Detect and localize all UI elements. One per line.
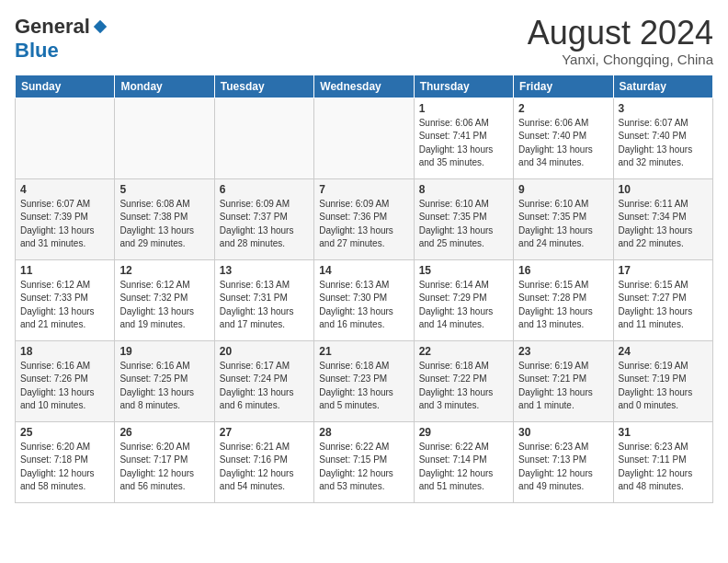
day-number: 28 [319,426,408,439]
calendar-cell: 26Sunrise: 6:20 AM Sunset: 7:17 PM Dayli… [115,421,214,502]
calendar-cell: 2Sunrise: 6:06 AM Sunset: 7:40 PM Daylig… [514,98,613,178]
page-header: General Blue August 2024 Yanxi, Chongqin… [15,15,713,67]
logo-general: General [15,15,90,39]
calendar-cell: 3Sunrise: 6:07 AM Sunset: 7:40 PM Daylig… [613,98,712,178]
calendar-cell: 10Sunrise: 6:11 AM Sunset: 7:34 PM Dayli… [613,178,712,259]
day-number: 17 [619,264,708,277]
day-info: Sunrise: 6:17 AM Sunset: 7:24 PM Dayligh… [220,360,309,413]
day-info: Sunrise: 6:23 AM Sunset: 7:13 PM Dayligh… [518,441,608,494]
day-info: Sunrise: 6:21 AM Sunset: 7:16 PM Dayligh… [220,441,309,494]
day-number: 4 [20,183,109,196]
calendar-cell: 1Sunrise: 6:06 AM Sunset: 7:41 PM Daylig… [414,98,513,178]
day-info: Sunrise: 6:15 AM Sunset: 7:27 PM Dayligh… [619,279,708,332]
calendar-table: SundayMondayTuesdayWednesdayThursdayFrid… [15,75,713,503]
day-number: 29 [419,426,508,439]
day-info: Sunrise: 6:07 AM Sunset: 7:40 PM Dayligh… [619,117,708,170]
calendar-body: 1Sunrise: 6:06 AM Sunset: 7:41 PM Daylig… [16,98,713,502]
day-info: Sunrise: 6:09 AM Sunset: 7:37 PM Dayligh… [220,198,309,251]
calendar-cell: 7Sunrise: 6:09 AM Sunset: 7:36 PM Daylig… [314,178,414,259]
day-info: Sunrise: 6:22 AM Sunset: 7:15 PM Dayligh… [319,441,408,494]
day-number: 20 [220,345,309,358]
day-number: 18 [20,345,109,358]
day-info: Sunrise: 6:10 AM Sunset: 7:35 PM Dayligh… [419,198,508,251]
calendar-row: 1Sunrise: 6:06 AM Sunset: 7:41 PM Daylig… [16,98,713,178]
calendar-cell: 9Sunrise: 6:10 AM Sunset: 7:35 PM Daylig… [514,178,613,259]
day-info: Sunrise: 6:13 AM Sunset: 7:30 PM Dayligh… [319,279,408,332]
calendar-row: 25Sunrise: 6:20 AM Sunset: 7:18 PM Dayli… [16,421,713,502]
title-block: August 2024 Yanxi, Chongqing, China [528,15,713,67]
day-info: Sunrise: 6:15 AM Sunset: 7:28 PM Dayligh… [518,279,608,332]
day-info: Sunrise: 6:09 AM Sunset: 7:36 PM Dayligh… [319,198,408,251]
location-subtitle: Yanxi, Chongqing, China [528,52,713,67]
day-info: Sunrise: 6:07 AM Sunset: 7:39 PM Dayligh… [20,198,109,251]
header-row: SundayMondayTuesdayWednesdayThursdayFrid… [16,75,713,98]
header-day: Saturday [613,75,712,98]
calendar-row: 11Sunrise: 6:12 AM Sunset: 7:33 PM Dayli… [16,259,713,340]
calendar-row: 4Sunrise: 6:07 AM Sunset: 7:39 PM Daylig… [16,178,713,259]
day-number: 30 [518,426,608,439]
calendar-cell: 28Sunrise: 6:22 AM Sunset: 7:15 PM Dayli… [314,421,414,502]
day-info: Sunrise: 6:06 AM Sunset: 7:40 PM Dayligh… [518,117,608,170]
day-number: 27 [220,426,309,439]
day-info: Sunrise: 6:19 AM Sunset: 7:21 PM Dayligh… [518,360,608,413]
day-number: 16 [518,264,608,277]
day-number: 12 [119,264,209,277]
day-info: Sunrise: 6:20 AM Sunset: 7:18 PM Dayligh… [20,441,109,494]
calendar-cell: 13Sunrise: 6:13 AM Sunset: 7:31 PM Dayli… [214,259,313,340]
day-number: 1 [419,102,508,115]
day-info: Sunrise: 6:14 AM Sunset: 7:29 PM Dayligh… [419,279,508,332]
calendar-cell [115,98,214,178]
calendar-row: 18Sunrise: 6:16 AM Sunset: 7:26 PM Dayli… [16,340,713,421]
day-number: 15 [419,264,508,277]
day-info: Sunrise: 6:13 AM Sunset: 7:31 PM Dayligh… [220,279,309,332]
calendar-cell: 25Sunrise: 6:20 AM Sunset: 7:18 PM Dayli… [16,421,115,502]
calendar-cell [16,98,115,178]
calendar-cell: 5Sunrise: 6:08 AM Sunset: 7:38 PM Daylig… [115,178,214,259]
day-number: 24 [619,345,708,358]
logo-icon [92,18,108,35]
day-info: Sunrise: 6:12 AM Sunset: 7:33 PM Dayligh… [20,279,109,332]
day-number: 10 [619,183,708,196]
day-info: Sunrise: 6:10 AM Sunset: 7:35 PM Dayligh… [518,198,608,251]
day-number: 19 [119,345,209,358]
day-number: 6 [220,183,309,196]
calendar-cell: 16Sunrise: 6:15 AM Sunset: 7:28 PM Dayli… [514,259,613,340]
day-info: Sunrise: 6:22 AM Sunset: 7:14 PM Dayligh… [419,441,508,494]
calendar-cell: 18Sunrise: 6:16 AM Sunset: 7:26 PM Dayli… [16,340,115,421]
day-number: 22 [419,345,508,358]
calendar-cell: 8Sunrise: 6:10 AM Sunset: 7:35 PM Daylig… [414,178,513,259]
logo: General Blue [15,15,108,63]
calendar-cell: 22Sunrise: 6:18 AM Sunset: 7:22 PM Dayli… [414,340,513,421]
calendar-cell: 6Sunrise: 6:09 AM Sunset: 7:37 PM Daylig… [214,178,313,259]
day-number: 23 [518,345,608,358]
calendar-cell: 4Sunrise: 6:07 AM Sunset: 7:39 PM Daylig… [16,178,115,259]
day-number: 8 [419,183,508,196]
day-number: 31 [619,426,708,439]
calendar-cell: 19Sunrise: 6:16 AM Sunset: 7:25 PM Dayli… [115,340,214,421]
calendar-cell: 20Sunrise: 6:17 AM Sunset: 7:24 PM Dayli… [214,340,313,421]
day-number: 9 [518,183,608,196]
calendar-cell: 30Sunrise: 6:23 AM Sunset: 7:13 PM Dayli… [514,421,613,502]
calendar-cell: 14Sunrise: 6:13 AM Sunset: 7:30 PM Dayli… [314,259,414,340]
header-day: Thursday [414,75,513,98]
day-number: 13 [220,264,309,277]
day-info: Sunrise: 6:06 AM Sunset: 7:41 PM Dayligh… [419,117,508,170]
calendar-header: SundayMondayTuesdayWednesdayThursdayFrid… [16,75,713,98]
day-info: Sunrise: 6:20 AM Sunset: 7:17 PM Dayligh… [119,441,209,494]
day-info: Sunrise: 6:23 AM Sunset: 7:11 PM Dayligh… [619,441,708,494]
day-info: Sunrise: 6:11 AM Sunset: 7:34 PM Dayligh… [619,198,708,251]
logo-blue: Blue [15,39,59,63]
calendar-cell: 31Sunrise: 6:23 AM Sunset: 7:11 PM Dayli… [613,421,712,502]
calendar-cell: 11Sunrise: 6:12 AM Sunset: 7:33 PM Dayli… [16,259,115,340]
calendar-cell [214,98,313,178]
header-day: Wednesday [314,75,414,98]
calendar-cell: 17Sunrise: 6:15 AM Sunset: 7:27 PM Dayli… [613,259,712,340]
day-number: 11 [20,264,109,277]
calendar-cell: 12Sunrise: 6:12 AM Sunset: 7:32 PM Dayli… [115,259,214,340]
header-day: Friday [514,75,613,98]
svg-marker-0 [94,20,107,33]
day-info: Sunrise: 6:16 AM Sunset: 7:26 PM Dayligh… [20,360,109,413]
day-info: Sunrise: 6:08 AM Sunset: 7:38 PM Dayligh… [119,198,209,251]
header-day: Monday [115,75,214,98]
calendar-cell [314,98,414,178]
